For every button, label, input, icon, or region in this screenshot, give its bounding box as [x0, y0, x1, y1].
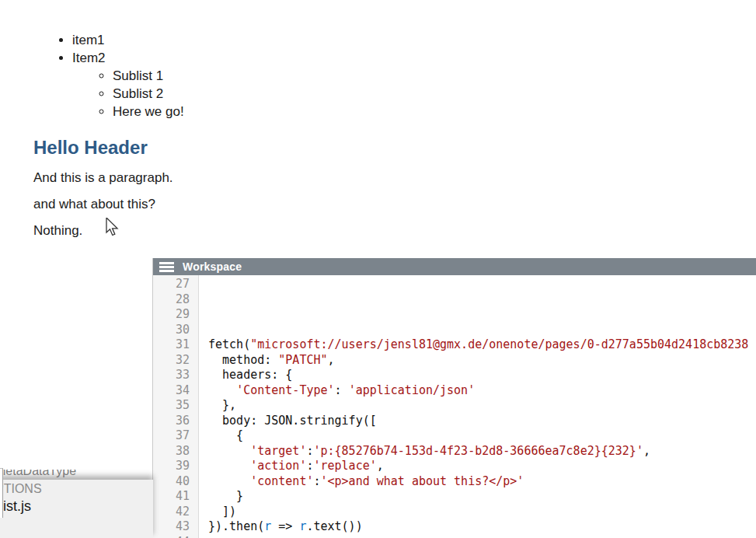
- code-line: fetch("microsoft://users/jensl81@gmx.de/…: [208, 337, 756, 353]
- document-content: item1 Item2 Sublist 1 Sublist 2 Here we …: [33, 31, 469, 238]
- sublist-item-label: Here we go!: [113, 104, 184, 119]
- workspace-header: Workspace: [153, 258, 756, 275]
- line-number: 41: [153, 489, 190, 505]
- code-line: ]): [208, 505, 756, 520]
- line-number: 31: [153, 337, 190, 353]
- window-edge-fragment: [0, 468, 3, 518]
- line-number-gutter: 272829303132333435363738394041424344: [153, 275, 199, 538]
- sub-bullet-list: Sublist 1 Sublist 2 Here we go!: [72, 67, 469, 121]
- list-item: item1: [72, 31, 469, 49]
- sublist-item: Here we go!: [113, 103, 469, 121]
- line-number: 33: [153, 368, 190, 383]
- paragraph: Nothing.: [33, 223, 469, 238]
- line-number: 43: [153, 519, 190, 535]
- sublist-item-label: Sublist 1: [113, 68, 163, 83]
- sublist-item: Sublist 2: [113, 85, 469, 103]
- code-area[interactable]: fetch("microsoft://users/jensl81@gmx.de/…: [199, 275, 756, 538]
- code-line: body: JSON.stringify([: [208, 414, 756, 429]
- workspace-title: Workspace: [183, 260, 242, 273]
- sublist-item-label: Sublist 2: [113, 86, 163, 101]
- paragraph: and what about this?: [33, 197, 469, 211]
- code-line: [208, 535, 756, 538]
- line-number: 35: [153, 398, 190, 414]
- code-line: 'Content-Type': 'application/json': [208, 383, 756, 399]
- line-number: 28: [153, 292, 190, 308]
- code-line: 'content':'<p>and what about this?</p>': [208, 474, 756, 490]
- line-number: 30: [153, 323, 190, 338]
- paragraph: And this is a paragraph.: [33, 170, 469, 185]
- sublist-item: Sublist 1: [113, 67, 469, 85]
- code-line: }: [208, 489, 756, 505]
- list-item: Item2 Sublist 1 Sublist 2 Here we go!: [72, 49, 469, 121]
- code-line: },: [208, 398, 756, 414]
- line-number: 38: [153, 444, 190, 459]
- suggestion-item[interactable]: PTIONS: [0, 482, 153, 496]
- line-number: 27: [153, 277, 190, 292]
- hamburger-menu-icon[interactable]: [159, 262, 174, 272]
- clipped-suggestion-label: metaDataType: [0, 470, 117, 478]
- line-number: 36: [153, 414, 190, 429]
- bullet-list: item1 Item2 Sublist 1 Sublist 2 Here we …: [33, 31, 469, 121]
- suggestion-popup: PTIONS oist.js: [0, 480, 153, 538]
- arrow-cursor-icon: [106, 218, 120, 238]
- code-line: [208, 292, 756, 308]
- code-line: }).then(r => r.text()): [208, 519, 756, 535]
- line-number: 44: [153, 535, 190, 538]
- workspace-panel: Workspace 272829303132333435363738394041…: [152, 258, 756, 538]
- clipped-suggestion-row: metaDataType: [0, 470, 117, 480]
- suggestion-item[interactable]: oist.js: [0, 498, 153, 515]
- line-number: 37: [153, 428, 190, 444]
- page-heading: Hello Header: [33, 137, 469, 159]
- list-item-label: item1: [72, 33, 105, 47]
- line-number: 32: [153, 353, 190, 369]
- code-line: [208, 323, 756, 338]
- list-item-label: Item2: [72, 51, 106, 65]
- code-line: {: [208, 428, 756, 444]
- code-line: method: "PATCH",: [208, 353, 756, 369]
- code-line: headers: {: [208, 368, 756, 383]
- code-line: [208, 307, 756, 323]
- editor-body: 272829303132333435363738394041424344 fet…: [153, 275, 756, 538]
- code-line: [208, 277, 756, 292]
- line-number: 40: [153, 474, 190, 490]
- code-line: 'action':'replace',: [208, 459, 756, 474]
- code-line: 'target':'p:{85276b74-153d-4f23-b2d8-366…: [208, 444, 756, 459]
- line-number: 39: [153, 459, 190, 474]
- line-number: 42: [153, 505, 190, 520]
- line-number: 34: [153, 383, 190, 399]
- line-number: 29: [153, 307, 190, 323]
